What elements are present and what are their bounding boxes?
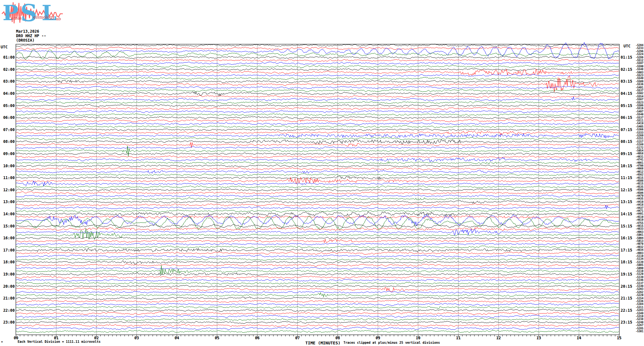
trace-offset-value: -5220 xyxy=(626,294,643,297)
trace-offset-value: -5054 xyxy=(626,149,643,152)
trace-row xyxy=(16,198,619,200)
trace-offset-value: -4535 xyxy=(626,185,643,188)
trace-offset-value: -5502 xyxy=(626,92,643,95)
trace-offset-value: -5366 xyxy=(626,128,643,131)
trace-offset-value: -4410 xyxy=(626,201,643,203)
trace-offset-value: -5090 xyxy=(626,267,643,270)
seismogram-plot xyxy=(0,0,644,346)
minute-tick-label: 09 xyxy=(376,336,380,340)
hour-label-left: 04:00 xyxy=(0,91,15,96)
trace-offset-value: -5537 xyxy=(626,116,643,119)
trace-row xyxy=(16,201,619,203)
trace-row xyxy=(16,161,619,164)
trace-row xyxy=(16,133,619,138)
trace-row xyxy=(16,89,619,92)
trace-offset-value: -5549 xyxy=(626,77,643,80)
trace-row xyxy=(16,76,619,92)
trace-offset-value: -5511 xyxy=(626,119,643,122)
trace-offset-value: -4983 xyxy=(626,252,643,255)
trace-offset-value: -5349 xyxy=(626,312,643,315)
trace-offset-value: -5238 xyxy=(626,318,643,321)
hour-label-left: 12:00 xyxy=(0,188,15,192)
trace-row xyxy=(16,139,619,144)
minute-tick-label: 13 xyxy=(536,336,541,340)
trace-row xyxy=(16,47,619,50)
trace-offset-value: -4510 xyxy=(626,216,643,218)
trace-row xyxy=(16,248,619,252)
trace-row xyxy=(16,68,619,70)
trace-offset-value: -4515 xyxy=(626,182,643,185)
trace-offset-value: -5134 xyxy=(626,258,643,260)
trace-row xyxy=(16,74,619,77)
trace-offset-value: -5296 xyxy=(626,50,643,53)
trace-offset-value: -4833 xyxy=(626,227,643,230)
trace-row xyxy=(16,49,619,60)
trace-row xyxy=(16,59,619,62)
helicorder-page: P S L atras eismology ab Mar13,2026 DRO … xyxy=(0,0,644,346)
trace-offset-value: -5203 xyxy=(626,288,643,291)
hour-label-left: 09:00 xyxy=(0,152,15,156)
trace-row xyxy=(16,330,619,333)
hour-label-left: 01:00 xyxy=(0,55,15,60)
trace-offset-value: -5536 xyxy=(626,83,643,86)
trace-offset-value: -5512 xyxy=(626,59,643,62)
trace-row xyxy=(16,62,619,65)
trace-row xyxy=(16,214,619,226)
trace-row xyxy=(16,95,619,98)
trace-offset-value: -5491 xyxy=(626,86,643,89)
trace-offset-value: -4706 xyxy=(626,164,643,167)
trace-offset-value: -5554 xyxy=(626,95,643,98)
trace-row xyxy=(16,142,619,148)
trace-offset-value: -4932 xyxy=(626,246,643,249)
minute-ticks xyxy=(16,335,619,338)
minute-tick-label: 06 xyxy=(255,336,260,340)
trace-offset-value: -5540 xyxy=(626,113,643,116)
plot-border xyxy=(16,44,620,335)
trace-row xyxy=(16,246,619,249)
minute-tick-label: 03 xyxy=(134,336,139,340)
hour-label-left: 20:00 xyxy=(0,284,15,289)
trace-row xyxy=(16,227,619,231)
trace-row xyxy=(16,260,619,264)
trace-row xyxy=(16,192,619,194)
trace-offset-value: -5506 xyxy=(626,104,643,107)
trace-offset-value: -5567 xyxy=(626,98,643,101)
trace-offset-value: -5283 xyxy=(626,309,643,312)
trace-offset-value: -4479 xyxy=(626,194,643,197)
trace-offset-value: -4755 xyxy=(626,222,643,225)
trace-offset-value: -5537 xyxy=(626,89,643,92)
hour-label-left: 03:00 xyxy=(0,79,15,84)
trace-row xyxy=(16,265,619,275)
trace-offset-value: -5120 xyxy=(626,273,643,276)
trace-row xyxy=(16,279,619,281)
trace-offset-value: -5204 xyxy=(626,44,643,47)
minute-tick-label: 14 xyxy=(577,336,581,340)
trace-offset-value: -4934 xyxy=(626,249,643,251)
trace-offset-value: -4970 xyxy=(626,243,643,245)
trace-row xyxy=(16,164,619,167)
trace-row xyxy=(16,237,619,239)
trace-offset-value: -4437 xyxy=(626,207,643,210)
trace-offset-value: -4958 xyxy=(626,152,643,155)
hour-label-left: 15:00 xyxy=(0,224,15,228)
trace-row xyxy=(16,243,619,245)
trace-row xyxy=(16,157,619,162)
trace-offset-value: -5157 xyxy=(626,140,643,143)
trace-row xyxy=(16,56,619,59)
trace-offset-value: -5509 xyxy=(626,80,643,83)
trace-row xyxy=(16,210,619,212)
trace-row xyxy=(16,273,619,276)
trace-offset-value: -5301 xyxy=(626,330,643,333)
hour-label-left: 14:00 xyxy=(0,212,15,216)
hour-label-left: 08:00 xyxy=(0,139,15,144)
hour-label-left: 19:00 xyxy=(0,272,15,276)
trace-offset-value: -5286 xyxy=(626,56,643,59)
hour-label-left: 05:00 xyxy=(0,103,15,108)
trace-offset-value: -5523 xyxy=(626,101,643,104)
trace-offset-value: -5336 xyxy=(626,300,643,303)
trace-row xyxy=(16,168,619,170)
trace-row xyxy=(16,102,619,104)
trace-row xyxy=(16,195,619,197)
trace-offset-value: -5497 xyxy=(626,110,643,113)
trace-row xyxy=(16,156,619,158)
